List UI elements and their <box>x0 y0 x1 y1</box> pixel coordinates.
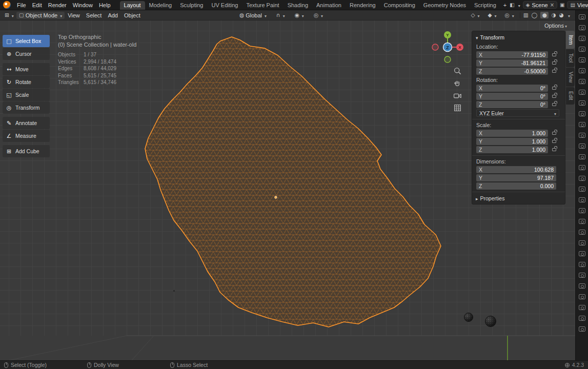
properties-tab-icon[interactable] <box>579 208 585 213</box>
gizmo-x-negative-axis[interactable] <box>432 44 438 50</box>
unlink-scene-icon[interactable] <box>550 3 554 8</box>
tool-move[interactable]: Move <box>3 63 50 75</box>
tool-transform[interactable]: Transform <box>3 101 50 114</box>
shading-solid-button[interactable] <box>540 12 548 18</box>
properties-tab-icon[interactable] <box>579 100 585 106</box>
location-z-field[interactable]: Z -0.50000 <box>476 68 548 75</box>
blender-logo-icon[interactable] <box>3 1 11 9</box>
sidebar-tab-item[interactable]: Item <box>566 31 575 49</box>
sphere-object[interactable] <box>464 313 473 322</box>
orientation-dropdown[interactable]: Global <box>237 12 269 19</box>
properties-tab-icon[interactable] <box>579 251 585 256</box>
shading-wireframe-button[interactable] <box>532 12 538 18</box>
screen-layout-icon[interactable] <box>510 3 514 8</box>
properties-tab-icon[interactable] <box>579 57 585 63</box>
viewport-3d[interactable]: Options Select Box Cursor Move <box>0 20 575 360</box>
sphere-object[interactable] <box>485 316 496 327</box>
properties-tab-icon[interactable] <box>579 79 585 84</box>
properties-tab-icon[interactable] <box>579 294 585 299</box>
shading-material-button[interactable] <box>552 12 556 18</box>
properties-tab-icon[interactable] <box>579 25 585 30</box>
tab-modeling[interactable]: Modeling <box>145 1 176 10</box>
add-workspace-button[interactable]: + <box>500 1 510 10</box>
properties-tab-icon[interactable] <box>579 90 585 95</box>
menu-render[interactable]: Render <box>45 1 70 9</box>
proportional-editing-dropdown[interactable] <box>311 12 326 19</box>
menu-window[interactable]: Window <box>70 1 96 9</box>
transform-panel-header[interactable]: Transform <box>472 33 565 43</box>
properties-tab-icon[interactable] <box>579 144 585 149</box>
properties-tab-icon[interactable] <box>579 240 585 245</box>
properties-tab-icon[interactable] <box>579 283 585 289</box>
shading-rendered-button[interactable] <box>559 12 564 18</box>
pivot-dropdown[interactable] <box>292 12 307 19</box>
toggle-grid-icon[interactable] <box>453 104 462 112</box>
sidebar-tab-tool[interactable]: Tool <box>566 49 575 67</box>
tool-add-cube[interactable]: Add Cube <box>3 145 50 157</box>
lock-icon[interactable] <box>552 103 556 106</box>
zoom-icon[interactable] <box>453 67 462 75</box>
lock-icon[interactable] <box>552 140 556 143</box>
scale-z-field[interactable]: Z 1.000 <box>476 146 548 153</box>
tab-uv-editing[interactable]: UV Editing <box>207 1 242 10</box>
editor-type-button[interactable] <box>2 12 16 19</box>
tab-compositing[interactable]: Compositing <box>380 1 419 10</box>
tab-texture-paint[interactable]: Texture Paint <box>242 1 283 10</box>
rotation-x-field[interactable]: X 0° <box>476 85 548 92</box>
scene-selector[interactable]: Scene <box>523 1 557 9</box>
lock-icon[interactable] <box>552 132 556 135</box>
properties-tab-icon[interactable] <box>579 111 585 116</box>
location-y-field[interactable]: Y -81.96121 <box>476 59 548 67</box>
tab-rendering[interactable]: Rendering <box>346 1 380 10</box>
tab-shading[interactable]: Shading <box>283 1 312 10</box>
lock-icon[interactable] <box>552 87 556 90</box>
menu-select[interactable]: Select <box>83 11 105 19</box>
rotation-y-field[interactable]: Y 0° <box>476 93 548 100</box>
menu-edit[interactable]: Edit <box>29 1 45 9</box>
gizmo-toggle-dropdown[interactable] <box>485 12 499 19</box>
options-dropdown[interactable]: Options <box>544 23 567 29</box>
tab-sculpting[interactable]: Sculpting <box>176 1 207 10</box>
pan-hand-icon[interactable] <box>453 79 462 88</box>
xray-toggle-button[interactable] <box>523 12 529 18</box>
menu-help[interactable]: Help <box>96 1 114 9</box>
tool-annotate[interactable]: Annotate <box>3 117 50 129</box>
sidebar-tab-edit[interactable]: Edit <box>566 87 575 104</box>
properties-tab-icon[interactable] <box>579 154 585 159</box>
menu-object[interactable]: Object <box>121 11 144 19</box>
navigation-gizmo[interactable]: Y X Z <box>430 29 465 65</box>
properties-tab-icon[interactable] <box>579 176 585 181</box>
tool-measure[interactable]: Measure <box>3 130 50 142</box>
tab-geometry-nodes[interactable]: Geometry Nodes <box>419 1 470 10</box>
dimensions-y-field[interactable]: Y 97.187 <box>476 174 556 181</box>
tab-layout[interactable]: Layout <box>120 1 145 10</box>
properties-tab-icon[interactable] <box>579 316 585 321</box>
menu-add[interactable]: Add <box>105 11 121 19</box>
sidebar-tab-view[interactable]: View <box>566 68 575 87</box>
properties-tab-icon[interactable] <box>579 165 585 170</box>
lock-icon[interactable] <box>552 70 556 73</box>
camera-view-icon[interactable] <box>453 91 462 100</box>
lock-icon[interactable] <box>552 61 556 65</box>
properties-tab-icon[interactable] <box>579 273 585 278</box>
view-layer-selector[interactable]: ViewLayer <box>567 1 588 9</box>
menu-file[interactable]: File <box>14 1 29 9</box>
new-scene-icon[interactable] <box>560 3 564 8</box>
properties-panel-header[interactable]: Properties <box>472 194 565 204</box>
tab-animation[interactable]: Animation <box>312 1 346 10</box>
lock-icon[interactable] <box>552 95 556 98</box>
scale-x-field[interactable]: X 1.000 <box>476 130 548 137</box>
dimensions-z-field[interactable]: Z 0.000 <box>476 182 556 190</box>
properties-tab-icon[interactable] <box>579 219 585 224</box>
scale-y-field[interactable]: Y 1.000 <box>476 138 548 145</box>
lock-icon[interactable] <box>552 53 556 56</box>
properties-tab-icon[interactable] <box>579 68 585 73</box>
properties-tab-icon[interactable] <box>579 197 585 202</box>
snap-dropdown[interactable] <box>274 12 288 19</box>
properties-tab-icon[interactable] <box>579 133 585 138</box>
properties-tab-icon[interactable] <box>579 122 585 127</box>
location-x-field[interactable]: X -77.91150 <box>476 51 548 58</box>
properties-tab-icon[interactable] <box>579 262 585 267</box>
visibility-dropdown[interactable] <box>468 12 482 19</box>
properties-tab-icon[interactable] <box>579 230 585 235</box>
